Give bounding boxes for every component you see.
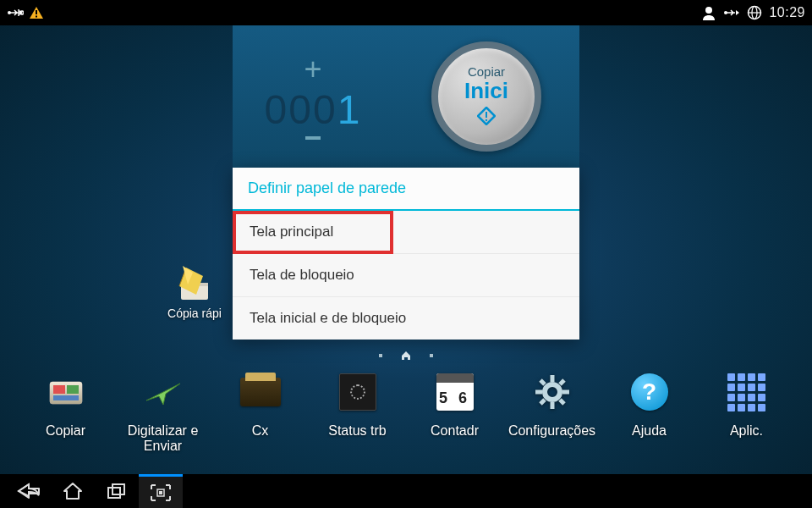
dock-label-help: Ajuda: [632, 423, 667, 439]
start-copy-label1: Copiar: [468, 64, 505, 79]
dock-label-counter: Contadr: [431, 423, 479, 439]
svg-rect-2: [36, 16, 37, 18]
dock-label-settings: Configurações: [508, 423, 595, 439]
usb-icon-right: [723, 6, 740, 19]
start-diamond-icon: [477, 107, 496, 129]
quick-copy-label: Cópia rápi: [161, 306, 228, 320]
help-icon: ?: [628, 371, 671, 413]
warning-icon: [29, 6, 44, 19]
svg-rect-26: [108, 488, 120, 498]
counter-leading: 000: [265, 87, 337, 132]
dialog-option-home-screen[interactable]: Tela principal: [233, 211, 393, 254]
apps-grid-icon: [726, 371, 768, 413]
dock-item-apps[interactable]: Aplic.: [702, 371, 792, 439]
dock-label-box: Cx: [252, 423, 269, 439]
scan-nav-button[interactable]: [139, 474, 183, 508]
dock-label-status: Status trb: [328, 423, 386, 439]
svg-rect-15: [67, 385, 79, 394]
start-copy-label2: Inici: [464, 79, 508, 103]
svg-line-23: [560, 400, 564, 404]
copy-icon: [45, 371, 87, 413]
svg-rect-27: [112, 484, 124, 494]
dock-label-copy: Copiar: [46, 423, 85, 439]
svg-point-9: [486, 119, 487, 121]
status-bar: 10:29: [0, 0, 812, 25]
svg-point-3: [705, 7, 712, 14]
page-dot-2[interactable]: [430, 354, 433, 357]
page-dot-1[interactable]: [379, 354, 382, 357]
dock-item-box[interactable]: Cx: [216, 371, 305, 439]
dialog-title: Definir papel de parede: [233, 168, 579, 211]
back-button[interactable]: [7, 474, 51, 508]
clock-text: 10:29: [769, 5, 805, 20]
svg-rect-29: [159, 491, 162, 494]
gear-icon: [531, 371, 573, 413]
status-icon: [337, 371, 379, 413]
plus-icon[interactable]: +: [304, 54, 321, 85]
svg-line-25: [540, 400, 545, 404]
home-button[interactable]: [51, 474, 95, 508]
dock-item-settings[interactable]: Configurações: [508, 371, 597, 439]
dock-label-scan: Digitalizar e Enviar: [118, 423, 208, 455]
wallpaper-dialog: Definir papel de parede Tela principal T…: [233, 168, 579, 340]
svg-rect-1: [36, 10, 37, 14]
minus-icon[interactable]: [305, 136, 321, 140]
box-icon: [239, 371, 282, 413]
user-icon: [701, 5, 716, 20]
dialog-option-lock-screen[interactable]: Tela de bloqueio: [233, 254, 579, 297]
copy-counter: 0001: [265, 86, 362, 133]
dock-item-scan-send[interactable]: Digitalizar e Enviar: [118, 371, 208, 455]
dock: Copiar Digitalizar e Enviar Cx Status tr…: [0, 371, 812, 464]
dock-label-apps: Aplic.: [730, 423, 763, 439]
recent-apps-button[interactable]: [95, 474, 139, 508]
svg-line-24: [560, 380, 564, 384]
start-copy-button[interactable]: Copiar Inici: [431, 41, 541, 152]
dock-item-help[interactable]: ? Ajuda: [605, 371, 694, 439]
copy-widget: + 0001 Copiar Inici: [233, 25, 579, 168]
send-icon: [142, 371, 184, 413]
svg-point-0: [8, 11, 11, 14]
dock-item-counter[interactable]: 5 6 Contadr: [410, 371, 500, 439]
system-nav-bar: [0, 474, 812, 508]
svg-rect-14: [53, 385, 65, 394]
svg-line-22: [540, 380, 545, 384]
usb-icon: [7, 6, 24, 19]
dock-item-copy[interactable]: Copiar: [21, 371, 111, 439]
counter-icon: 5 6: [434, 371, 476, 413]
dialog-option-both-screens[interactable]: Tela inicial e de bloqueio: [233, 297, 579, 340]
globe-icon: [747, 5, 762, 20]
dock-item-status[interactable]: Status trb: [313, 371, 403, 439]
quick-copy-icon: [174, 262, 215, 303]
svg-rect-8: [486, 112, 487, 118]
counter-value: 1: [337, 87, 362, 132]
page-indicators: [379, 351, 433, 361]
svg-rect-16: [53, 395, 79, 400]
svg-point-17: [545, 384, 560, 400]
home-page-indicator[interactable]: [401, 351, 411, 361]
dialog-option-blank-area: [393, 211, 579, 254]
svg-point-4: [724, 11, 727, 14]
counter-number: 5 6: [436, 389, 474, 407]
quick-copy-shortcut[interactable]: Cópia rápi: [161, 262, 228, 320]
